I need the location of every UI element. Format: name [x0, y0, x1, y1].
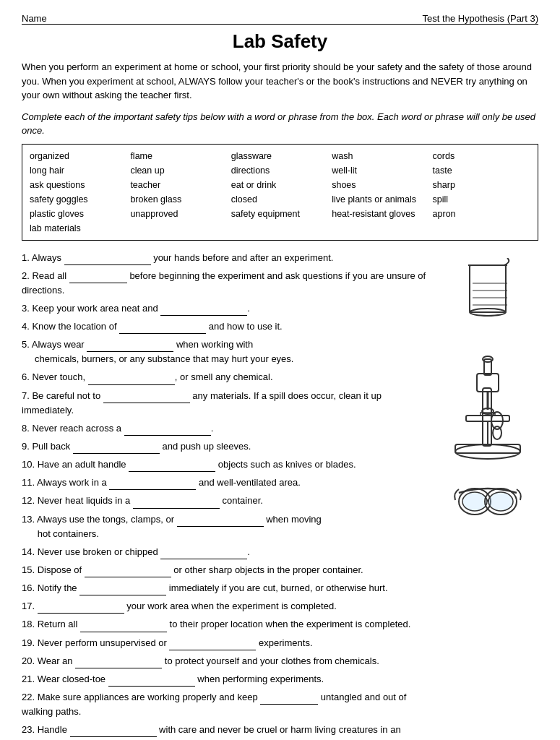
- blank-13[interactable]: [177, 517, 264, 527]
- question-19: 19. Never perform unsupervised or experi…: [22, 636, 430, 650]
- question-8: 8. Never reach across a .: [22, 421, 430, 436]
- word-box: organized long hair ask questions safety…: [22, 144, 538, 241]
- blank-8[interactable]: [124, 426, 211, 436]
- instructions: Complete each of the important safety ti…: [22, 110, 538, 138]
- question-5: 5. Always wear when working with chemica…: [22, 337, 430, 366]
- test-title: Test the Hypothesis (Part 3): [423, 13, 538, 24]
- question-23: 23. Handle with care and never be cruel …: [22, 723, 430, 740]
- svg-point-22: [493, 426, 501, 439]
- blank-10[interactable]: [129, 462, 215, 472]
- question-16: 16. Notify the immediately if you are cu…: [22, 581, 430, 595]
- blank-4[interactable]: [119, 324, 206, 334]
- svg-point-25: [462, 492, 487, 511]
- question-18: 18. Return all to their proper location …: [22, 617, 430, 632]
- blank-16[interactable]: [79, 585, 166, 595]
- question-6: 6. Never touch, , or smell any chemical.: [22, 370, 430, 384]
- images-column: [437, 251, 538, 741]
- question-3: 3. Keep your work area neat and .: [22, 301, 430, 316]
- blank-9[interactable]: [73, 444, 160, 454]
- question-11: 11. Always work in a and well-ventilated…: [22, 476, 430, 490]
- page-title: Lab Safety: [22, 30, 538, 53]
- question-21: 21. Wear closed-toe when performing expe…: [22, 672, 430, 687]
- question-10: 10. Have an adult handle objects such as…: [22, 457, 430, 472]
- question-14: 14. Never use broken or chipped .: [22, 545, 430, 559]
- blank-19[interactable]: [169, 640, 256, 650]
- microscope-image: [441, 352, 535, 460]
- blank-2[interactable]: [69, 273, 127, 283]
- word-col-1: organized long hair ask questions safety…: [30, 149, 127, 236]
- blank-1[interactable]: [64, 255, 151, 265]
- question-15: 15. Dispose of or other sharp objects in…: [22, 563, 430, 577]
- name-label: Name: [22, 13, 47, 24]
- svg-point-27: [488, 492, 513, 511]
- blank-3[interactable]: [160, 306, 247, 316]
- questions-area: 1. Always your hands before and after an…: [22, 251, 538, 741]
- svg-rect-14: [477, 374, 499, 392]
- blank-7[interactable]: [103, 393, 190, 403]
- question-12: 12. Never heat liquids in a container.: [22, 494, 430, 508]
- header: Name Test the Hypothesis (Part 3): [22, 13, 538, 25]
- blank-11[interactable]: [109, 480, 196, 490]
- blank-23[interactable]: [70, 727, 157, 737]
- blank-12[interactable]: [133, 499, 220, 509]
- question-22: 22. Make sure appliances are working pro…: [22, 690, 430, 719]
- blank-20[interactable]: [75, 658, 162, 668]
- blank-5[interactable]: [87, 342, 173, 352]
- goggles-image: [452, 478, 524, 522]
- blank-15[interactable]: [85, 567, 171, 577]
- word-col-2: flame clean up teacher broken glass unap…: [130, 149, 228, 236]
- word-col-4: wash well-lit shoes live plants or anima…: [332, 149, 429, 236]
- word-col-3: glassware directions eat or drink closed…: [231, 149, 329, 236]
- beaker-image: [455, 258, 520, 330]
- question-1: 1. Always your hands before and after an…: [22, 251, 430, 265]
- question-13: 13. Always use the tongs, clamps, or whe…: [22, 512, 430, 541]
- question-20: 20. Wear an to protect yourself and your…: [22, 654, 430, 668]
- question-9: 9. Pull back and push up sleeves.: [22, 439, 430, 454]
- question-4: 4. Know the location of and how to use i…: [22, 319, 430, 334]
- question-17: 17. your work area when the experiment i…: [22, 599, 430, 614]
- question-2: 2. Read all before beginning the experim…: [22, 269, 430, 298]
- question-7: 7. Be careful not to any materials. If a…: [22, 389, 430, 418]
- intro-text: When you perform an experiment at home o…: [22, 60, 538, 103]
- questions-list: 1. Always your hands before and after an…: [22, 251, 430, 741]
- blank-17[interactable]: [38, 603, 124, 614]
- blank-18[interactable]: [80, 622, 167, 632]
- blank-14[interactable]: [160, 549, 247, 559]
- blank-6[interactable]: [88, 375, 175, 385]
- word-col-5: cords taste sharp spill apron: [433, 149, 530, 236]
- blank-22[interactable]: [260, 694, 318, 705]
- blank-21[interactable]: [108, 676, 195, 687]
